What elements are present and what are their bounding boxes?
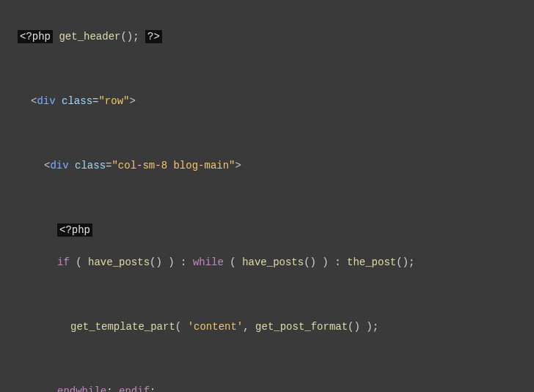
code-line: endwhile; endif; [18,383,516,392]
code-line [18,286,516,303]
code-line [18,125,516,142]
func-name: have_posts [242,256,304,268]
attr-value: "col-sm-8 blog-main" [111,160,235,171]
code-line: <div class="col-sm-8 blog-main"> [18,158,516,174]
code-line [18,190,516,207]
code-line: <?php get_header(); ?> [18,29,516,45]
attr-value: "row" [98,95,129,107]
kw: endif [119,385,150,392]
attr-name: class [62,95,92,107]
code-line [18,351,516,368]
func-name: have_posts [88,256,150,268]
func-name: get_template_part [70,321,175,333]
code-line: <div class="row"> [18,93,516,110]
kw: endwhile [57,385,106,392]
php-open-tag: <?php [57,223,92,237]
php-close-tag: ?> [145,30,162,43]
code-line: get_template_part( 'content', get_post_f… [18,319,516,336]
func-name: get_header [59,31,120,42]
tag-name: div [50,160,68,171]
code-line: if ( have_posts() ) : while ( have_posts… [18,254,516,271]
string-literal: 'content' [188,321,244,333]
tag-name: div [37,95,55,107]
php-open-tag: <?php [18,30,53,43]
kw: while [193,256,224,268]
func-name: get_post_format [255,321,348,333]
code-line: <?php [18,222,516,239]
kw: if [57,256,70,268]
code-line [18,61,516,78]
attr-name: class [75,160,106,171]
func-name: the_post [347,256,396,268]
code-block: <?php get_header(); ?> <div class="row">… [0,0,534,392]
